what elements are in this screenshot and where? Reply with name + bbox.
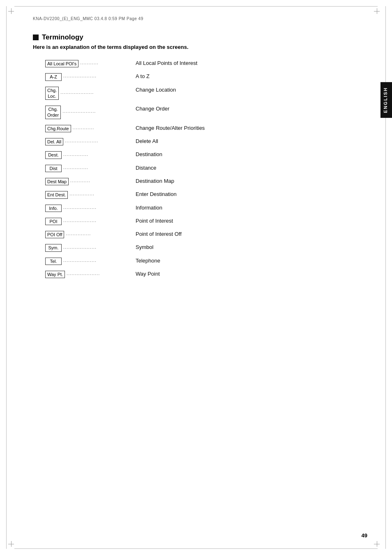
term-badge: Sym. xyxy=(45,244,62,251)
term-label-wrap: Del. All···················· xyxy=(45,138,136,145)
section-subtitle: Here is an explanation of the terms disp… xyxy=(33,44,367,50)
term-badge: A-Z xyxy=(45,73,62,81)
term-dots: ···················· xyxy=(63,74,97,79)
section-title-text: Terminology xyxy=(42,33,83,41)
term-badge: Dest. xyxy=(45,151,62,159)
term-label-wrap: Dest.··············· xyxy=(45,151,136,159)
term-label-wrap: Way Pt.···················· xyxy=(45,271,136,278)
term-badge: Tel. xyxy=(45,258,62,265)
term-label-wrap: All Local POI's··········· xyxy=(45,60,136,67)
term-dots: ··············· xyxy=(66,232,91,237)
term-badge: Chg.Order xyxy=(45,106,61,119)
term-entry: Chg.Route·············Change Route/Alter… xyxy=(45,125,367,132)
term-label-wrap: Tel.···················· xyxy=(45,258,136,265)
term-dots: ··············· xyxy=(63,153,88,158)
page: ENGLISH KNA-DV2200_(E)_ENG_MMC 03.4.8 0:… xyxy=(0,0,392,555)
term-entry: Chg.Order····················Change Orde… xyxy=(45,106,367,119)
term-label-wrap: POI···················· xyxy=(45,218,136,225)
term-entry: Chg.Loc.····················Change Locat… xyxy=(45,87,367,100)
term-badge: All Local POI's xyxy=(45,60,78,67)
term-badge: Dist xyxy=(45,165,62,172)
sidebar-english-label: ENGLISH xyxy=(380,82,392,118)
term-dots: ············ xyxy=(70,179,90,184)
term-dots: ···················· xyxy=(63,219,97,224)
term-definition: All Local Points of Interest xyxy=(136,60,197,66)
term-label-wrap: Dest Map············ xyxy=(45,178,136,185)
term-entry: POI····················Point of Interest xyxy=(45,218,367,225)
term-list: All Local POI's···········All Local Poin… xyxy=(45,60,367,278)
term-entry: Sym.····················Symbol xyxy=(45,244,367,251)
section-title-icon xyxy=(33,35,39,40)
term-dots: ···················· xyxy=(62,110,96,115)
border-top xyxy=(14,6,378,7)
term-definition: Telephone xyxy=(136,258,160,264)
crosshair-tr xyxy=(374,8,380,14)
term-entry: Dist···············Distance xyxy=(45,165,367,172)
term-label-wrap: Info.···················· xyxy=(45,205,136,212)
term-entry: Ent Dest.···············Enter Destinatio… xyxy=(45,191,367,198)
term-label-wrap: POI Off··············· xyxy=(45,231,136,238)
term-definition: Change Order xyxy=(136,106,169,112)
term-entry: All Local POI's···········All Local Poin… xyxy=(45,60,367,67)
term-dots: ···················· xyxy=(65,139,98,144)
term-label-wrap: Chg.Loc.···················· xyxy=(45,87,136,100)
border-bottom xyxy=(14,548,378,549)
border-left xyxy=(6,6,7,549)
term-dots: ··········· xyxy=(80,61,99,66)
term-entry: POI Off···············Point of Interest … xyxy=(45,231,367,238)
term-entry: Way Pt.····················Way Point xyxy=(45,271,367,278)
term-definition: Point of Interest Off xyxy=(136,231,182,237)
term-definition: Information xyxy=(136,205,162,211)
term-definition: A to Z xyxy=(136,73,150,79)
section-title: Terminology xyxy=(33,33,367,41)
term-badge: Del. All xyxy=(45,138,63,145)
term-entry: Dest.···············Destination xyxy=(45,151,367,159)
term-badge: Way Pt. xyxy=(45,271,65,278)
term-label-wrap: Dist··············· xyxy=(45,165,136,172)
term-definition: Destination xyxy=(136,151,162,157)
term-dots: ··············· xyxy=(63,166,88,171)
term-badge: Chg.Route xyxy=(45,125,71,132)
term-label-wrap: Ent Dest.··············· xyxy=(45,191,136,198)
term-definition: Delete All xyxy=(136,138,158,144)
term-badge: Dest Map xyxy=(45,178,69,185)
term-entry: Del. All····················Delete All xyxy=(45,138,367,145)
term-label-wrap: A-Z···················· xyxy=(45,73,136,81)
term-badge: POI Off xyxy=(45,231,64,238)
term-dots: ···················· xyxy=(63,246,97,251)
term-definition: Symbol xyxy=(136,244,153,250)
term-entry: A-Z····················A to Z xyxy=(45,73,367,81)
term-dots: ···················· xyxy=(63,259,97,264)
term-definition: Point of Interest xyxy=(136,218,173,224)
term-badge: Chg.Loc. xyxy=(45,87,59,100)
term-definition: Way Point xyxy=(136,271,160,277)
term-entry: Dest Map············Destination Map xyxy=(45,178,367,185)
term-label-wrap: Sym.···················· xyxy=(45,244,136,251)
page-meta-line: KNA-DV2200_(E)_ENG_MMC 03.4.8 0:59 PM Pa… xyxy=(33,16,367,21)
crosshair-bl xyxy=(8,541,14,547)
term-badge: Info. xyxy=(45,205,62,212)
term-dots: ···················· xyxy=(60,91,94,96)
page-number: 49 xyxy=(362,532,367,539)
term-definition: Change Route/Alter Priorities xyxy=(136,125,205,131)
term-label-wrap: Chg.Order···················· xyxy=(45,106,136,119)
term-definition: Enter Destination xyxy=(136,191,177,197)
term-definition: Destination Map xyxy=(136,178,174,184)
term-label-wrap: Chg.Route············· xyxy=(45,125,136,132)
term-dots: ···················· xyxy=(67,272,100,277)
term-dots: ············· xyxy=(73,126,95,131)
term-definition: Distance xyxy=(136,165,157,171)
crosshair-tl xyxy=(8,8,14,14)
term-dots: ···················· xyxy=(63,206,97,211)
term-badge: Ent Dest. xyxy=(45,191,68,198)
term-entry: Tel.····················Telephone xyxy=(45,258,367,265)
term-definition: Change Location xyxy=(136,87,176,93)
term-entry: Info.····················Information xyxy=(45,205,367,212)
term-badge: POI xyxy=(45,218,62,225)
crosshair-br xyxy=(374,541,380,547)
term-dots: ··············· xyxy=(69,192,95,197)
